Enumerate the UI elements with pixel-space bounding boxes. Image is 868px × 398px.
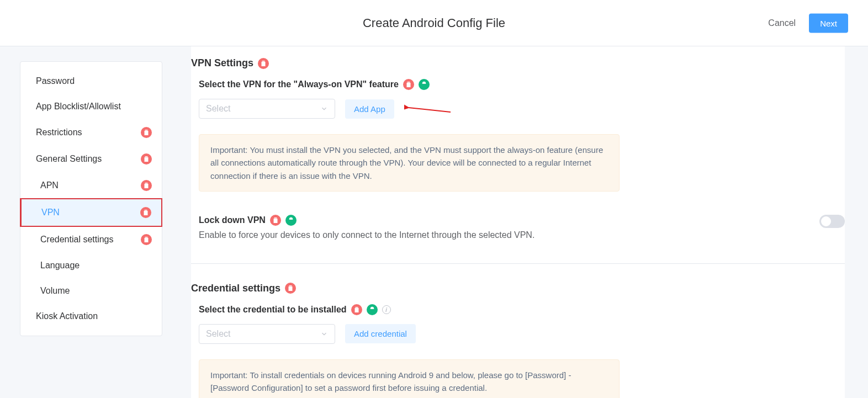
sidebar-item-kiosk-activation[interactable]: Kiosk Activation bbox=[20, 304, 162, 329]
vpn-controls-row: Select Add App bbox=[199, 99, 845, 119]
vpn-select-label-text: Select the VPN for the "Always-on VPN" f… bbox=[199, 79, 399, 89]
credential-select[interactable]: Select bbox=[199, 324, 335, 344]
sidebar-card: PasswordApp Blocklist/AllowlistRestricti… bbox=[20, 61, 162, 336]
sidebar-item-label: Password bbox=[36, 76, 75, 86]
supervise-icon bbox=[285, 283, 296, 294]
chevron-down-icon bbox=[320, 105, 328, 113]
sidebar-item-apn[interactable]: APN bbox=[20, 172, 162, 199]
chevron-down-icon bbox=[320, 330, 328, 338]
sidebar-item-volume[interactable]: Volume bbox=[20, 278, 162, 304]
svg-line-0 bbox=[409, 108, 451, 112]
lockdown-desc: Enable to force your devices to only con… bbox=[199, 230, 534, 240]
vpn-section-title-text: VPN Settings bbox=[191, 57, 253, 69]
vpn-section-title: VPN Settings bbox=[191, 57, 845, 69]
credential-block: Select the credential to be installed i … bbox=[191, 304, 845, 398]
sidebar-item-label: General Settings bbox=[36, 154, 102, 164]
sidebar-item-label: Restrictions bbox=[36, 128, 82, 137]
vpn-select-label: Select the VPN for the "Always-on VPN" f… bbox=[199, 79, 845, 90]
android-icon bbox=[419, 79, 430, 90]
sidebar-item-label: Credential settings bbox=[40, 235, 114, 245]
android-icon bbox=[285, 215, 297, 226]
credential-select-label: Select the credential to be installed i bbox=[199, 304, 845, 315]
sidebar-item-label: Volume bbox=[40, 286, 70, 296]
credential-controls-row: Select Add credential bbox=[199, 324, 845, 344]
sidebar-item-label: VPN bbox=[41, 208, 60, 217]
annotation-arrow bbox=[404, 102, 454, 115]
sidebar-item-general-settings[interactable]: General Settings bbox=[20, 146, 162, 172]
section-divider bbox=[191, 263, 845, 264]
lockdown-title: Lock down VPN bbox=[199, 215, 534, 226]
supervise-icon bbox=[258, 58, 269, 69]
sidebar-item-app-blocklist-allowlist[interactable]: App Blocklist/Allowlist bbox=[20, 94, 162, 119]
sidebar-item-restrictions[interactable]: Restrictions bbox=[20, 119, 162, 146]
lockdown-row: Lock down VPN Enable to force your devic… bbox=[191, 215, 845, 240]
credential-important-alert: Important: To install credentials on dev… bbox=[199, 359, 620, 398]
supervise-icon bbox=[141, 180, 152, 191]
supervise-icon bbox=[270, 215, 281, 226]
page-header: Create Android Config File Cancel Next bbox=[0, 0, 868, 46]
vpn-select-block: Select the VPN for the "Always-on VPN" f… bbox=[191, 79, 845, 192]
sidebar-item-vpn[interactable]: VPN bbox=[20, 198, 162, 227]
credential-section-title-text: Credential settings bbox=[191, 283, 280, 294]
sidebar-item-label: Language bbox=[40, 261, 80, 270]
vpn-select[interactable]: Select bbox=[199, 99, 335, 119]
supervise-icon bbox=[141, 127, 152, 138]
sidebar: PasswordApp Blocklist/AllowlistRestricti… bbox=[0, 46, 162, 398]
sidebar-item-language[interactable]: Language bbox=[20, 253, 162, 278]
lockdown-toggle[interactable] bbox=[819, 215, 845, 228]
supervise-icon bbox=[141, 234, 152, 245]
supervise-icon bbox=[140, 207, 151, 218]
credential-section-title: Credential settings bbox=[191, 283, 845, 294]
lockdown-text: Lock down VPN Enable to force your devic… bbox=[199, 215, 534, 240]
page-title: Create Android Config File bbox=[363, 16, 505, 30]
supervise-icon bbox=[141, 153, 152, 164]
main-panel: VPN Settings Select the VPN for the "Alw… bbox=[191, 46, 845, 398]
sidebar-item-label: Kiosk Activation bbox=[36, 311, 98, 321]
add-app-button[interactable]: Add App bbox=[345, 99, 394, 119]
credential-select-label-text: Select the credential to be installed bbox=[199, 305, 347, 315]
vpn-select-placeholder: Select bbox=[206, 104, 230, 114]
sidebar-item-credential-settings[interactable]: Credential settings bbox=[20, 226, 162, 253]
android-icon bbox=[367, 304, 378, 315]
info-icon[interactable]: i bbox=[382, 305, 391, 314]
sidebar-item-label: App Blocklist/Allowlist bbox=[36, 102, 121, 112]
supervise-icon bbox=[403, 79, 414, 90]
add-credential-button[interactable]: Add credential bbox=[345, 324, 416, 343]
cancel-button[interactable]: Cancel bbox=[768, 18, 796, 28]
credential-select-placeholder: Select bbox=[206, 329, 230, 339]
supervise-icon bbox=[351, 304, 362, 315]
lockdown-title-text: Lock down VPN bbox=[199, 215, 266, 225]
next-button[interactable]: Next bbox=[809, 13, 848, 33]
header-actions: Cancel Next bbox=[768, 13, 848, 33]
vpn-important-alert: Important: You must install the VPN you … bbox=[199, 134, 620, 192]
sidebar-item-password[interactable]: Password bbox=[20, 68, 162, 94]
sidebar-item-label: APN bbox=[40, 181, 59, 190]
body: PasswordApp Blocklist/AllowlistRestricti… bbox=[0, 46, 868, 398]
